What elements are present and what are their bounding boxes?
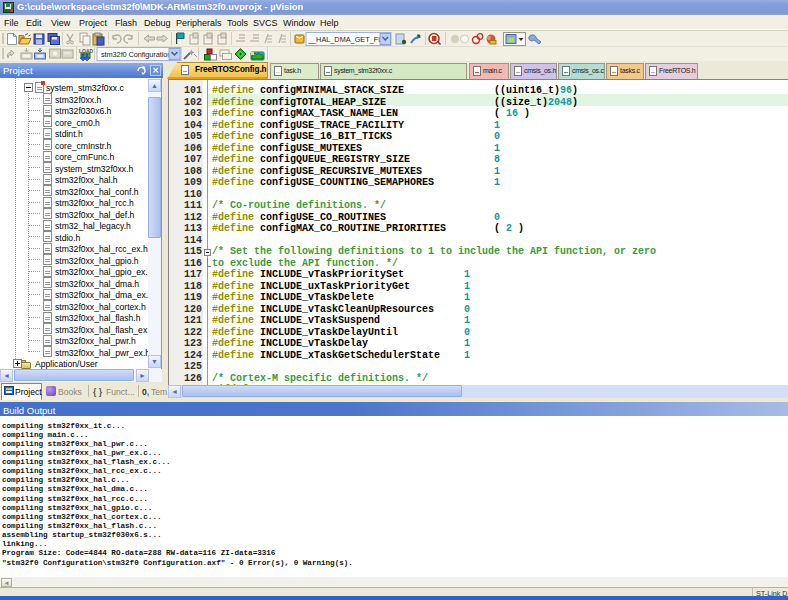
svg-text:stm32f0 Configuration: stm32f0 Configuration xyxy=(101,50,171,59)
svg-text:__HAL_DMA_GET_FL: __HAL_DMA_GET_FL xyxy=(307,35,382,44)
